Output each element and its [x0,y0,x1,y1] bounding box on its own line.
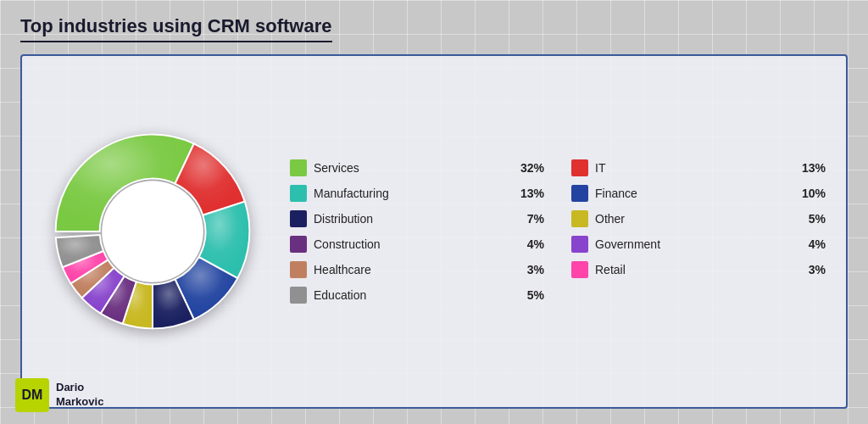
legend-value: 13% [517,187,544,200]
legend-label: Education [314,288,510,302]
legend-item: Services32% [290,157,544,179]
donut-chart-svg [42,121,263,342]
svg-point-0 [102,181,203,282]
legend-label: Services [314,161,510,175]
legend-value: 5% [517,288,544,302]
legend-color-box [571,236,588,253]
legend-item: Finance10% [571,182,826,204]
legend-value: 32% [517,161,544,175]
legend-color-box [290,261,307,278]
donut-chart-container [42,104,263,359]
legend-label: Finance [595,187,792,200]
legend-label: Other [595,212,792,226]
legend-item: Healthcare3% [290,259,544,281]
legend-label: Construction [314,237,510,251]
legend-value: 10% [798,187,826,200]
legend-value: 4% [517,237,544,251]
legend: Services32%IT13%Manufacturing13%Finance1… [290,157,826,306]
logo-box: DM [15,378,49,412]
legend-item: Other5% [571,208,826,230]
legend-item: Retail3% [571,259,826,281]
legend-color-box [290,236,307,253]
legend-label: Healthcare [314,263,510,276]
legend-value: 3% [798,263,826,276]
legend-value: 3% [517,263,544,276]
page-title: Top industries using CRM software [20,15,332,42]
legend-color-box [290,210,307,227]
legend-color-box [571,185,588,202]
legend-color-box [571,261,588,278]
legend-item: Construction4% [290,233,544,255]
legend-color-box [290,287,307,304]
legend-item: IT13% [571,157,826,179]
legend-item: Manufacturing13% [290,182,544,204]
legend-value: 4% [798,237,826,251]
main-container: Top industries using CRM software Servic… [0,0,868,424]
legend-label: Retail [595,263,792,276]
legend-color-box [571,159,588,176]
footer-logo: DM Dario Markovic [15,378,103,412]
legend-color-box [571,210,588,227]
logo-text: Dario Markovic [56,381,103,410]
legend-item: Government4% [571,233,826,255]
legend-value: 7% [517,212,544,226]
legend-label: IT [595,161,792,175]
legend-color-box [290,185,307,202]
legend-value: 5% [798,212,826,226]
legend-label: Distribution [314,212,510,226]
legend-item: Distribution7% [290,208,544,230]
legend-label: Government [595,237,792,251]
chart-card: Services32%IT13%Manufacturing13%Finance1… [20,54,848,409]
legend-item: Education5% [290,284,544,306]
legend-color-box [290,159,307,176]
legend-label: Manufacturing [314,187,510,200]
legend-value: 13% [798,161,826,175]
